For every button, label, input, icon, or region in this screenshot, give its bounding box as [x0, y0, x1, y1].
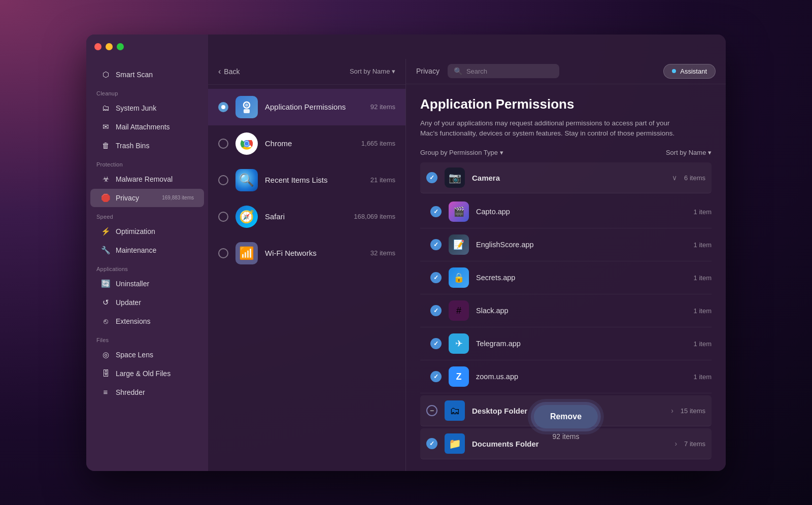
sidebar-section-speed: Speed [86, 208, 208, 222]
camera-section-label: Camera [472, 174, 661, 182]
page-description: Any of your applications may request add… [420, 118, 684, 139]
remove-count: 92 items [553, 432, 580, 441]
radio-app-permissions [218, 102, 228, 112]
permission-section-camera[interactable]: 📷 Camera ∨ 6 items [420, 162, 712, 193]
list-item-app-permissions[interactable]: Application Permissions 92 items [208, 89, 405, 125]
desktop-chevron-icon[interactable]: › [671, 407, 673, 415]
app-icon-safari: 🧭 [235, 206, 258, 228]
camera-checkbox[interactable] [426, 172, 437, 183]
count-app-permissions: 92 items [370, 103, 395, 111]
zoom-icon: Z [449, 366, 469, 387]
camera-section-icon: 📷 [445, 167, 465, 188]
main-window: ⬡ Smart Scan Cleanup 🗂 System Junk ✉ Mai… [86, 35, 726, 471]
permission-row-slack[interactable]: # Slack.app 1 item [420, 294, 712, 327]
svg-rect-1 [244, 109, 250, 113]
permission-row-english-score[interactable]: 📝 EnglishScore.app 1 item [420, 228, 712, 261]
sidebar-section-cleanup: Cleanup [86, 84, 208, 98]
app-icon-app-permissions [235, 96, 258, 118]
documents-folder-label: Documents Folder [472, 440, 663, 448]
secrets-checkbox[interactable] [430, 272, 442, 283]
permission-row-zoom[interactable]: Z zoom.us.app 1 item [420, 360, 712, 393]
remove-overlay: Remove 92 items [534, 405, 598, 441]
telegram-label: Telegram.app [476, 340, 687, 348]
documents-chevron-icon[interactable]: › [674, 440, 677, 448]
sidebar-label-updater: Updater [116, 298, 141, 307]
telegram-checkbox[interactable] [430, 338, 442, 349]
permission-row-capto[interactable]: 🎬 Capto.app 1 item [420, 195, 712, 228]
slack-icon: # [449, 300, 469, 321]
search-bar[interactable]: 🔍 [448, 64, 559, 78]
traffic-lights [94, 43, 124, 50]
sidebar-item-extensions[interactable]: ⎋ Extensions [90, 312, 204, 330]
assistant-button[interactable]: Assistant [663, 64, 716, 79]
label-app-permissions: Application Permissions [265, 103, 363, 111]
svg-point-6 [245, 142, 249, 146]
remove-button[interactable]: Remove [534, 405, 598, 428]
sidebar-item-privacy[interactable]: 🛑 Privacy 169,883 items [90, 189, 204, 207]
search-input[interactable] [466, 68, 553, 75]
sidebar-item-space-lens[interactable]: ◎ Space Lens [90, 346, 204, 364]
assistant-label: Assistant [680, 68, 707, 75]
privacy-icon: 🛑 [100, 193, 111, 203]
english-score-label: EnglishScore.app [476, 241, 687, 249]
label-safari: Safari [265, 212, 347, 221]
capto-label: Capto.app [476, 208, 687, 216]
desktop-checkbox[interactable] [426, 405, 437, 416]
middle-header: ‹ Back Sort by Name ▾ [208, 59, 405, 85]
sidebar-item-large-old-files[interactable]: 🗄 Large & Old Files [90, 364, 204, 383]
english-score-count: 1 item [694, 241, 712, 249]
sidebar-item-system-junk[interactable]: 🗂 System Junk [90, 99, 204, 117]
label-chrome: Chrome [265, 139, 354, 148]
sidebar-item-malware-removal[interactable]: ☣ Malware Removal [90, 170, 204, 188]
group-by-button[interactable]: Group by Permission Type ▾ [420, 149, 503, 156]
sidebar-label-extensions: Extensions [116, 317, 150, 325]
space-lens-icon: ◎ [100, 350, 111, 360]
secrets-label: Secrets.app [476, 274, 687, 282]
sidebar-label-large-old-files: Large & Old Files [116, 369, 171, 378]
zoom-label: zoom.us.app [476, 373, 687, 381]
svg-point-2 [245, 104, 248, 107]
english-score-checkbox[interactable] [430, 239, 442, 250]
capto-icon: 🎬 [449, 201, 469, 222]
sidebar-item-smart-scan[interactable]: ⬡ Smart Scan [90, 65, 204, 84]
capto-count: 1 item [694, 208, 712, 216]
list-item-safari[interactable]: 🧭 Safari 168,069 items [208, 198, 405, 235]
sidebar-label-trash-bins: Trash Bins [116, 142, 149, 150]
sidebar-item-shredder[interactable]: ≡ Shredder [90, 383, 204, 401]
sidebar-item-trash-bins[interactable]: 🗑 Trash Bins [90, 137, 204, 155]
close-button[interactable] [94, 43, 101, 50]
minimize-button[interactable] [106, 43, 113, 50]
list-item-chrome[interactable]: Chrome 1,665 items [208, 125, 405, 162]
page-title: Application Permissions [420, 96, 712, 112]
sidebar: ⬡ Smart Scan Cleanup 🗂 System Junk ✉ Mai… [86, 35, 208, 471]
back-button[interactable]: ‹ Back [218, 67, 240, 76]
shredder-icon: ≡ [100, 387, 111, 397]
sidebar-item-uninstaller[interactable]: 🔄 Uninstaller [90, 275, 204, 293]
sidebar-label-shredder: Shredder [116, 388, 145, 396]
sidebar-label-optimization: Optimization [116, 227, 155, 235]
maximize-button[interactable] [117, 43, 124, 50]
sidebar-item-maintenance[interactable]: 🔧 Maintenance [90, 241, 204, 259]
camera-chevron-icon[interactable]: ∨ [672, 174, 677, 182]
right-controls: Group by Permission Type ▾ Sort by Name … [420, 149, 712, 156]
zoom-checkbox[interactable] [430, 371, 442, 382]
count-recent-items: 21 items [370, 176, 395, 184]
documents-checkbox[interactable] [426, 438, 437, 449]
back-chevron-icon: ‹ [218, 67, 221, 76]
slack-checkbox[interactable] [430, 305, 442, 316]
sidebar-item-updater[interactable]: ↺ Updater [90, 293, 204, 312]
sidebar-item-optimization[interactable]: ⚡ Optimization [90, 222, 204, 241]
permission-row-telegram[interactable]: ✈ Telegram.app 1 item [420, 327, 712, 360]
permission-row-secrets[interactable]: 🔒 Secrets.app 1 item [420, 261, 712, 294]
sidebar-item-mail-attachments[interactable]: ✉ Mail Attachments [90, 118, 204, 136]
maintenance-icon: 🔧 [100, 245, 111, 255]
documents-count: 7 items [684, 440, 705, 448]
list-item-recent-items[interactable]: 🔍 Recent Items Lists 21 items [208, 162, 405, 198]
sort-by-button[interactable]: Sort by Name ▾ [666, 149, 712, 156]
sort-by-name-button[interactable]: Sort by Name ▾ [350, 68, 395, 75]
assistant-dot-icon [672, 69, 676, 73]
capto-checkbox[interactable] [430, 206, 442, 217]
panels: ‹ Back Sort by Name ▾ [208, 59, 726, 471]
middle-list: Application Permissions 92 items [208, 85, 405, 471]
list-item-wifi[interactable]: 📶 Wi-Fi Networks 32 items [208, 235, 405, 272]
